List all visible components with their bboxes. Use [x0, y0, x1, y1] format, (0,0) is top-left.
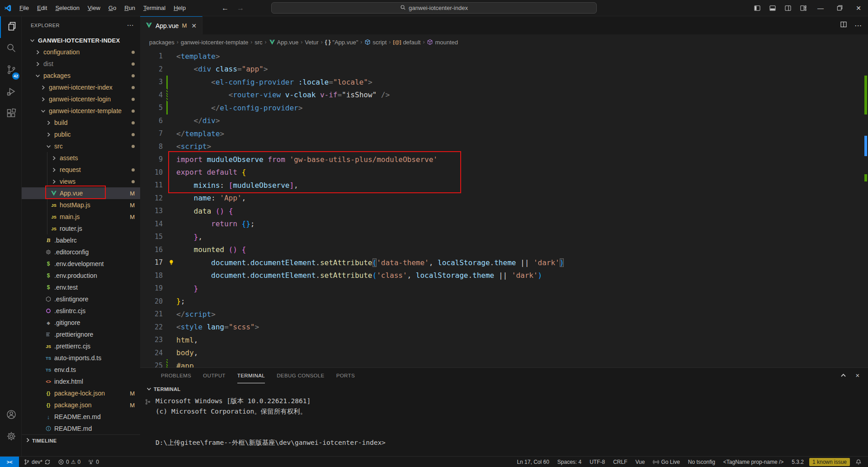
tree-item-package.json[interactable]: {}package.jsonM: [22, 399, 140, 411]
code-line-23[interactable]: 23html,: [140, 334, 868, 347]
nav-back-icon[interactable]: ←: [222, 4, 229, 12]
terminal-output[interactable]: Microsoft Windows [版本 10.0.22621.2861](c…: [140, 395, 868, 456]
window-restore-icon[interactable]: [830, 0, 849, 16]
menu-item-view[interactable]: View: [84, 3, 104, 13]
code-line-16[interactable]: 16 mounted () {: [140, 243, 868, 257]
tree-item-configuration[interactable]: configuration: [22, 46, 140, 58]
toggle-primary-sidebar-icon[interactable]: [750, 0, 765, 16]
tree-item-.gitignore[interactable]: ◆.gitignore: [22, 317, 140, 329]
tree-item-.babelrc[interactable]: B.babelrc: [22, 234, 140, 246]
tree-item-views[interactable]: views: [22, 176, 140, 187]
panel-tab-terminal[interactable]: TERMINAL: [237, 368, 265, 383]
tree-item-.env.development[interactable]: $.env.development: [22, 258, 140, 270]
panel-tab-problems[interactable]: PROBLEMS: [161, 368, 191, 383]
breadcrumb-item-default[interactable]: [@]default: [393, 39, 420, 46]
breadcrumb-item-src[interactable]: src: [255, 39, 262, 46]
tree-item-readme.en.md[interactable]: ↓README.en.md: [22, 411, 140, 423]
tree-item-ganwei-iotcenter-login[interactable]: ganwei-iotcenter-login: [22, 93, 140, 105]
tree-item-.eslintrc.cjs[interactable]: .eslintrc.cjs: [22, 305, 140, 317]
code-line-7[interactable]: 7</template>: [140, 127, 868, 140]
activitybar-search[interactable]: [0, 38, 21, 60]
tree-item-assets[interactable]: assets: [22, 152, 140, 164]
code-line-9[interactable]: 9import muduleObserve from 'gw-base-util…: [140, 153, 868, 166]
breadcrumb-item-app.vue[interactable]: { }"App.vue": [325, 39, 359, 46]
status-problems[interactable]: 0⚠0: [55, 457, 83, 467]
menu-item-run[interactable]: Run: [120, 3, 139, 13]
tab-close-icon[interactable]: ✕: [191, 22, 197, 29]
breadcrumb-item-packages[interactable]: packages: [149, 39, 175, 46]
menu-item-terminal[interactable]: Terminal: [139, 3, 170, 13]
code-line-21[interactable]: 21</script>: [140, 308, 868, 321]
activitybar-explorer[interactable]: [0, 16, 21, 38]
window-close-icon[interactable]: ✕: [849, 0, 868, 16]
tree-item-src[interactable]: src: [22, 140, 140, 152]
code-line-19[interactable]: 19 }: [140, 282, 868, 295]
activitybar-extensions[interactable]: [0, 103, 21, 125]
code-line-13[interactable]: 13 data () {: [140, 205, 868, 218]
tree-item-env.d.ts[interactable]: TSenv.d.ts: [22, 364, 140, 376]
tree-item-router.js[interactable]: JSrouter.js: [22, 223, 140, 234]
split-editor-icon[interactable]: [840, 21, 847, 30]
code-line-4[interactable]: 4 <router-view v-cloak v-if="isShow" />: [140, 89, 868, 102]
tree-item-hostmap.js[interactable]: JShostMap.jsM: [22, 199, 140, 211]
activitybar-accounts[interactable]: [0, 405, 21, 426]
menu-item-edit[interactable]: Edit: [33, 3, 51, 13]
tree-item-auto-imports.d.ts[interactable]: TSauto-imports.d.ts: [22, 352, 140, 364]
status-git-branch[interactable]: dev*: [21, 457, 53, 467]
status-extension-version[interactable]: 5.3.2: [789, 457, 807, 467]
status-ports-forwarded[interactable]: 0: [85, 457, 102, 467]
code-line-3[interactable]: 3 <el-config-provider :locale="locale">: [140, 76, 868, 89]
code-line-5[interactable]: 5 </el-config-provider>: [140, 101, 868, 114]
menu-item-help[interactable]: Help: [170, 3, 190, 13]
status-notifications[interactable]: [853, 457, 864, 467]
explorer-more-actions-icon[interactable]: ⋯: [127, 21, 134, 29]
tree-item-index.html[interactable]: <>index.html: [22, 376, 140, 387]
breadcrumb-item-app.vue[interactable]: App.vue: [269, 39, 299, 46]
code-line-2[interactable]: 2 <div class="app">: [140, 63, 868, 76]
tree-item-request[interactable]: request: [22, 164, 140, 176]
status-cursor-position[interactable]: Ln 17, Col 60: [514, 457, 552, 467]
command-center-search[interactable]: ganwei-iotcenter-index: [271, 2, 597, 14]
tree-item-app.vue[interactable]: App.vueM: [22, 187, 140, 199]
status-indentation[interactable]: Spaces: 4: [555, 457, 584, 467]
panel-close-icon[interactable]: ✕: [855, 372, 860, 379]
code-line-15[interactable]: 15 },: [140, 230, 868, 243]
tree-item-public[interactable]: public: [22, 129, 140, 140]
tree-item-.prettierrc.cjs[interactable]: JS.prettierrc.cjs: [22, 340, 140, 352]
breadcrumb-item-script[interactable]: script: [364, 39, 387, 46]
tree-item-package-lock.json[interactable]: {}package-lock.jsonM: [22, 387, 140, 399]
tree-item-ganwei-iotcenter-index[interactable]: GANWEI-IOTCENTER-INDEX: [22, 34, 140, 46]
code-line-24[interactable]: 24body,: [140, 347, 868, 360]
status-known-issue[interactable]: 1 known issue: [809, 458, 850, 466]
status-tsconfig[interactable]: No tsconfig: [685, 457, 718, 467]
tree-item-packages[interactable]: packages: [22, 70, 140, 81]
tree-item-.editorconfig[interactable]: .editorconfig: [22, 246, 140, 258]
code-line-25[interactable]: 25#app: [140, 359, 868, 367]
breadcrumb-item-vetur[interactable]: Vetur: [305, 39, 318, 46]
code-line-1[interactable]: 1<template>: [140, 50, 868, 63]
toggle-secondary-sidebar-icon[interactable]: [780, 0, 796, 16]
code-editor[interactable]: 1<template>2 <div class="app">3 <el-conf…: [140, 50, 868, 367]
code-line-22[interactable]: 22<style lang="scss">: [140, 321, 868, 334]
code-line-6[interactable]: 6 </div>: [140, 114, 868, 128]
status-encoding[interactable]: UTF-8: [587, 457, 608, 467]
nav-forward-icon[interactable]: →: [237, 4, 244, 12]
tree-item-.eslintignore[interactable]: .eslintignore: [22, 293, 140, 305]
activitybar-settings[interactable]: [0, 426, 21, 448]
tab-app-vue[interactable]: App.vue M ✕: [140, 16, 203, 34]
toggle-panel-icon[interactable]: [765, 0, 780, 16]
menu-item-go[interactable]: Go: [104, 3, 120, 13]
tree-item-ganwei-iotcenter-index[interactable]: ganwei-iotcenter-index: [22, 81, 140, 93]
code-line-20[interactable]: 20};: [140, 295, 868, 308]
panel-maximize-icon[interactable]: [840, 372, 846, 379]
status-go-live[interactable]: Go Live: [650, 457, 682, 467]
code-line-14[interactable]: 14 return {};: [140, 218, 868, 231]
status-language-mode[interactable]: Vue: [633, 457, 648, 467]
terminal-section-header[interactable]: TERMINAL: [140, 383, 868, 395]
code-line-8[interactable]: 8<script>: [140, 140, 868, 153]
activitybar-run-debug[interactable]: [0, 81, 21, 103]
activitybar-source-control[interactable]: 42: [0, 60, 21, 81]
customize-layout-icon[interactable]: [796, 0, 811, 16]
tree-item-main.js[interactable]: JSmain.jsM: [22, 211, 140, 223]
menu-item-file[interactable]: File: [15, 3, 33, 13]
